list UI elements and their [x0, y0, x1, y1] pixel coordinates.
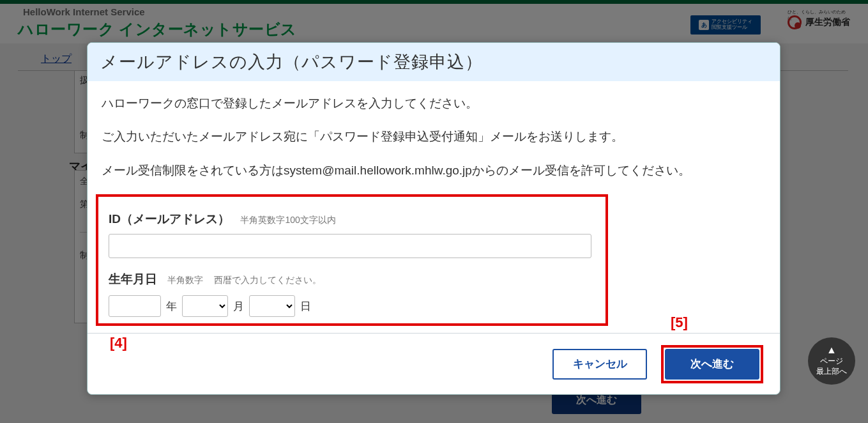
callout-4: [4]: [110, 335, 127, 351]
cancel-button[interactable]: キャンセル: [552, 349, 647, 380]
modal-paragraph-1: ハローワークの窓口で登録したメールアドレスを入力してください。: [102, 94, 766, 113]
next-button[interactable]: 次へ進む: [665, 349, 759, 380]
dob-month-select[interactable]: [182, 295, 228, 317]
dob-month-unit: 月: [233, 299, 244, 314]
dob-day-unit: 日: [300, 299, 311, 314]
dob-year-unit: 年: [166, 299, 177, 314]
modal-paragraph-3: メール受信制限をされている方はsystem@mail.hellowork.mhl…: [102, 161, 766, 180]
id-row: ID（メールアドレス） 半角英数字100文字以内: [109, 211, 595, 258]
modal-paragraph-2: ご入力いただいたメールアドレス宛に「パスワード登録申込受付通知」メールをお送りし…: [102, 127, 766, 146]
dob-day-select[interactable]: [249, 295, 295, 317]
modal-footer: キャンセル 次へ進む: [88, 333, 780, 394]
id-hint: 半角英数字100文字以内: [240, 215, 335, 225]
page-top-line1: ページ: [820, 357, 843, 367]
callout-5: [5]: [671, 314, 688, 331]
dob-label: 生年月日: [109, 272, 157, 286]
chevron-up-icon: ▲: [826, 345, 837, 355]
dob-row: 生年月日 半角数字 西暦で入力してください。 年 月 日: [109, 271, 595, 317]
page-top-button[interactable]: ▲ ページ 最上部へ: [808, 337, 855, 385]
dob-hint-2: 西暦で入力してください。: [214, 275, 321, 285]
next-button-highlight: 次へ進む: [661, 345, 763, 383]
dob-hint-1: 半角数字: [167, 275, 203, 285]
modal-title: メールアドレスの入力（パスワード登録申込）: [88, 43, 780, 81]
form-highlight-box: ID（メールアドレス） 半角英数字100文字以内 生年月日 半角数字 西暦で入力…: [96, 194, 608, 326]
id-email-input[interactable]: [109, 234, 591, 258]
modal-body: ハローワークの窓口で登録したメールアドレスを入力してください。 ご入力いただいた…: [88, 81, 780, 180]
id-label: ID（メールアドレス）: [109, 212, 230, 226]
dob-year-input[interactable]: [109, 295, 161, 317]
page-top-line2: 最上部へ: [816, 367, 847, 377]
